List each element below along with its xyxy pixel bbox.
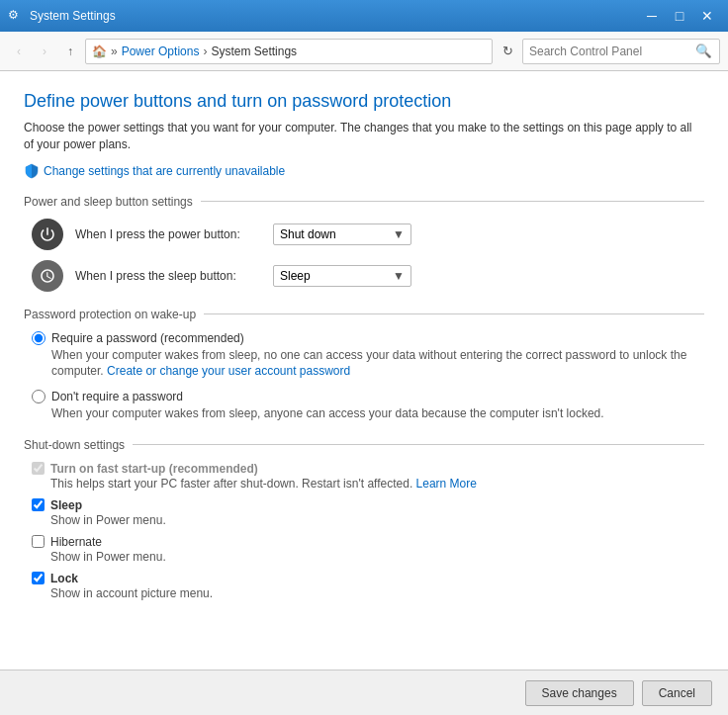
sleep-row: Sleep xyxy=(32,498,704,512)
hibernate-checkbox[interactable] xyxy=(32,535,45,548)
window-title: System Settings xyxy=(30,9,639,23)
learn-more-link[interactable]: Learn More xyxy=(416,477,477,491)
hibernate-item: Hibernate Show in Power menu. xyxy=(32,535,704,564)
require-password-desc: When your computer wakes from sleep, no … xyxy=(51,347,704,381)
fast-startup-row: Turn on fast start-up (recommended) xyxy=(32,462,704,476)
search-bar: 🔍 xyxy=(522,39,720,64)
lock-desc: Show in account picture menu. xyxy=(50,586,704,600)
search-input[interactable] xyxy=(529,45,693,58)
power-icon xyxy=(32,219,63,250)
shield-icon xyxy=(24,163,40,179)
sleep-item: Sleep Show in Power menu. xyxy=(32,498,704,527)
sleep-button-dropdown[interactable]: Sleep ▼ xyxy=(273,265,411,287)
main-content: Define power buttons and turn on passwor… xyxy=(0,71,728,670)
require-password-item: Require a password (recommended) When yo… xyxy=(32,331,704,381)
hibernate-desc: Show in Power menu. xyxy=(50,550,704,564)
breadcrumb-current: System Settings xyxy=(211,45,297,58)
save-changes-button[interactable]: Save changes xyxy=(525,680,634,706)
close-button[interactable]: ✕ xyxy=(694,6,720,26)
password-radio-group: Require a password (recommended) When yo… xyxy=(32,331,704,422)
address-bar: ‹ › ↑ 🏠 » Power Options › System Setting… xyxy=(0,32,728,71)
window-controls: ─ □ ✕ xyxy=(639,6,720,26)
lock-checkbox[interactable] xyxy=(32,572,45,584)
cancel-button[interactable]: Cancel xyxy=(642,680,712,706)
lock-label: Lock xyxy=(50,572,78,585)
sleep-dropdown-arrow: ▼ xyxy=(393,269,405,283)
sleep-button-label: When I press the sleep button: xyxy=(75,269,273,283)
no-require-password-desc: When your computer wakes from sleep, any… xyxy=(51,405,704,422)
no-require-password-label: Don't require a password xyxy=(51,390,183,403)
up-button[interactable]: ↑ xyxy=(59,41,81,62)
power-dropdown-arrow: ▼ xyxy=(393,227,405,241)
breadcrumb-separator1: » xyxy=(111,45,118,58)
refresh-button[interactable]: ↻ xyxy=(497,41,518,62)
power-dropdown-value: Shut down xyxy=(280,227,336,241)
shutdown-section-header: Shut-down settings xyxy=(24,438,704,452)
lock-row: Lock xyxy=(32,572,704,585)
sleep-button-row: When I press the sleep button: Sleep ▼ xyxy=(32,260,704,292)
footer: Save changes Cancel xyxy=(0,670,728,715)
change-settings-link[interactable]: Change settings that are currently unava… xyxy=(44,164,285,178)
minimize-button[interactable]: ─ xyxy=(639,6,665,26)
sleep-label: Sleep xyxy=(50,498,82,512)
page-title: Define power buttons and turn on passwor… xyxy=(24,91,704,112)
create-password-link[interactable]: Create or change your user account passw… xyxy=(107,364,350,378)
power-button-dropdown[interactable]: Shut down ▼ xyxy=(273,223,411,245)
back-button[interactable]: ‹ xyxy=(8,41,30,62)
no-require-password-radio[interactable] xyxy=(32,390,46,403)
maximize-button[interactable]: □ xyxy=(667,6,692,26)
page-description: Choose the power settings that you want … xyxy=(24,120,704,153)
breadcrumb-separator2: › xyxy=(203,45,207,58)
fast-startup-desc: This helps start your PC faster after sh… xyxy=(50,477,704,491)
search-button[interactable]: 🔍 xyxy=(693,42,713,61)
breadcrumb: 🏠 » Power Options › System Settings xyxy=(85,39,493,64)
sleep-dropdown-value: Sleep xyxy=(280,269,311,283)
power-button-row: When I press the power button: Shut down… xyxy=(32,219,704,250)
sleep-desc: Show in Power menu. xyxy=(50,513,704,527)
app-icon: ⚙ xyxy=(8,8,24,24)
fast-startup-item: Turn on fast start-up (recommended) This… xyxy=(32,462,704,491)
title-bar: ⚙ System Settings ─ □ ✕ xyxy=(0,0,728,32)
password-section-header: Password protection on wake-up xyxy=(24,308,704,321)
fast-startup-checkbox[interactable] xyxy=(32,462,45,475)
require-password-label: Require a password (recommended) xyxy=(51,331,244,345)
shutdown-checkbox-group: Turn on fast start-up (recommended) This… xyxy=(32,462,704,600)
no-require-password-item: Don't require a password When your compu… xyxy=(32,390,704,422)
hibernate-label: Hibernate xyxy=(50,535,102,549)
sleep-checkbox[interactable] xyxy=(32,498,45,511)
forward-button[interactable]: › xyxy=(34,41,55,62)
require-password-row: Require a password (recommended) xyxy=(32,331,704,345)
lock-item: Lock Show in account picture menu. xyxy=(32,572,704,600)
power-sleep-section-header: Power and sleep button settings xyxy=(24,195,704,209)
hibernate-row: Hibernate xyxy=(32,535,704,549)
breadcrumb-home-icon: 🏠 xyxy=(92,45,107,58)
require-password-radio[interactable] xyxy=(32,331,46,345)
breadcrumb-power-options[interactable]: Power Options xyxy=(122,45,200,58)
fast-startup-label: Turn on fast start-up (recommended) xyxy=(50,462,258,476)
no-require-password-row: Don't require a password xyxy=(32,390,704,403)
power-button-label: When I press the power button: xyxy=(75,227,273,241)
sleep-icon xyxy=(32,260,63,292)
